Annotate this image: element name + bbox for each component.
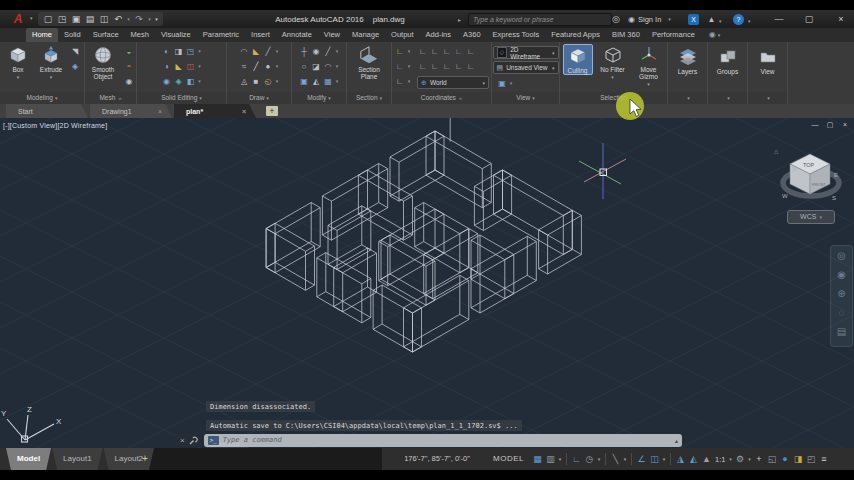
file-tab-plan[interactable]: plan*× bbox=[174, 104, 256, 118]
new-file-icon[interactable]: ▢ bbox=[42, 12, 54, 26]
panel-label-section[interactable]: Section▾ bbox=[347, 92, 391, 104]
copy-icon[interactable]: ○ bbox=[298, 59, 310, 74]
annotation-scale-icon[interactable]: ▲ bbox=[700, 454, 713, 464]
panel-expander-icon[interactable]: » bbox=[118, 95, 121, 101]
dropdown-caret[interactable]: ▾ bbox=[508, 76, 514, 91]
dropdown-caret-icon[interactable]: ▾ bbox=[661, 456, 667, 462]
groups-panel-caret[interactable]: ▾ bbox=[708, 92, 747, 104]
showmotion-icon[interactable]: ▤ bbox=[836, 322, 848, 341]
mesh-edit-icon[interactable]: ◉ bbox=[123, 74, 135, 89]
doc-restore-button[interactable]: ▢ bbox=[825, 121, 835, 129]
close-tab-icon[interactable]: × bbox=[242, 108, 246, 115]
ucs-view-icon[interactable]: ∟ bbox=[429, 59, 441, 74]
taper-face-icon[interactable]: ◣ bbox=[173, 59, 185, 74]
box-button[interactable]: Box ▾ bbox=[3, 44, 33, 80]
workspace-switching-icon[interactable]: ◱ bbox=[765, 454, 778, 464]
drawing-canvas[interactable]: Z Y X [-][Custom View][2D Wireframe] — ▢… bbox=[0, 118, 854, 448]
move-gizmo-caret-icon[interactable]: ▾ bbox=[647, 81, 650, 87]
dropdown-caret[interactable]: ▾ bbox=[406, 59, 412, 74]
mirror-icon[interactable]: ◪ bbox=[310, 59, 322, 74]
union-icon[interactable]: ◐ bbox=[161, 44, 173, 59]
ucs-named-icon[interactable]: ∟ bbox=[453, 44, 465, 59]
revolve-icon[interactable]: ◈ bbox=[69, 59, 81, 74]
ucs-face-icon[interactable]: ∟ bbox=[417, 59, 429, 74]
spline-icon[interactable]: ≈ bbox=[238, 59, 250, 74]
command-input[interactable]: >_ Type a command ▴ bbox=[204, 434, 682, 447]
close-tab-icon[interactable]: × bbox=[158, 108, 162, 115]
fillet-edge-icon[interactable]: ◳ bbox=[185, 44, 197, 59]
compass-west[interactable]: W bbox=[782, 193, 788, 199]
isolate-objects-icon[interactable]: ◨ bbox=[791, 454, 804, 464]
orbit-icon[interactable]: ◌ bbox=[836, 303, 848, 322]
save-icon[interactable]: ▣ bbox=[70, 12, 82, 26]
command-history-toggle-icon[interactable]: ▴ bbox=[675, 437, 678, 444]
grid-display-icon[interactable]: ▦ bbox=[531, 454, 544, 464]
signin-control[interactable]: ◉ Sign In ▾ bbox=[628, 10, 671, 28]
layout-tab-model[interactable]: Model bbox=[6, 448, 51, 470]
annotation-autoscale-icon[interactable]: ◭ bbox=[687, 454, 700, 464]
customize-wrench-icon[interactable] bbox=[188, 435, 198, 445]
dropdown-caret[interactable]: ▾ bbox=[406, 74, 412, 89]
dropdown-caret-icon[interactable]: ▾ bbox=[482, 80, 485, 86]
line-icon[interactable]: ╱ bbox=[262, 44, 274, 59]
ucs-origin-icon[interactable]: ∟ bbox=[394, 74, 406, 89]
a360-caret-icon[interactable]: ▾ bbox=[719, 18, 722, 24]
named-view-dropdown[interactable]: ▤ Unsaved View ▾ bbox=[493, 61, 559, 74]
autodesk-exchange-icon[interactable]: X bbox=[688, 14, 699, 25]
move-icon[interactable]: ┼ bbox=[298, 44, 310, 59]
undo-icon[interactable]: ↶ bbox=[112, 12, 124, 26]
annotation-visibility-icon[interactable]: ◮ bbox=[674, 454, 687, 464]
new-drawing-tab-button[interactable]: + bbox=[266, 106, 278, 116]
ucs-3point-icon[interactable]: ∟ bbox=[441, 59, 453, 74]
pan-icon[interactable]: ◉ bbox=[836, 265, 848, 284]
trim-icon[interactable]: ╱ bbox=[322, 44, 334, 59]
array-icon[interactable]: ▦ bbox=[322, 74, 334, 89]
subtract-icon[interactable]: ◑ bbox=[161, 59, 173, 74]
help-caret-icon[interactable]: ▾ bbox=[748, 18, 751, 24]
ribbon-tab-solid[interactable]: Solid bbox=[58, 28, 87, 42]
a360-icon[interactable]: ▲ bbox=[706, 14, 717, 25]
dropdown-caret[interactable]: ▾ bbox=[406, 44, 412, 59]
workspace-gear-icon[interactable]: ⚙ bbox=[733, 454, 746, 464]
dropdown-caret-icon[interactable]: ▾ bbox=[552, 50, 555, 56]
ucs-dropdown[interactable]: ⊕ World ▾ bbox=[417, 76, 489, 89]
model-space-indicator[interactable]: MODEL bbox=[493, 448, 524, 470]
ribbon-tab-visualize[interactable]: Visualize bbox=[155, 28, 197, 42]
box-caret-icon[interactable]: ▾ bbox=[17, 74, 20, 80]
construction-line-icon[interactable]: ╱ bbox=[250, 59, 262, 74]
dropdown-caret[interactable]: ▾ bbox=[274, 59, 280, 74]
panel-label-draw[interactable]: Draw▾ bbox=[227, 92, 291, 104]
open-file-icon[interactable]: ◳ bbox=[56, 12, 68, 26]
dropdown-caret[interactable]: ▾ bbox=[274, 74, 280, 89]
scale-icon[interactable]: ◭ bbox=[310, 74, 322, 89]
section-plane-button[interactable]: Section Plane bbox=[350, 44, 388, 80]
dropdown-caret-icon[interactable]: ▾ bbox=[596, 456, 602, 462]
ribbon-tab-manage[interactable]: Manage bbox=[346, 28, 385, 42]
ribbon-tab-home[interactable]: Home bbox=[26, 28, 58, 42]
search-input[interactable]: Type a keyword or phrase bbox=[468, 13, 612, 26]
ucs-z-icon[interactable]: ∟ bbox=[441, 44, 453, 59]
undo-dropdown-caret[interactable]: ▾ bbox=[126, 12, 131, 26]
viewcube-home-icon[interactable]: ⌂ bbox=[774, 148, 778, 155]
file-tab-drawing1[interactable]: Drawing1× bbox=[90, 104, 172, 118]
separate-icon[interactable]: ◫ bbox=[185, 59, 197, 74]
ucs-y-icon[interactable]: ∟ bbox=[429, 44, 441, 59]
ellipse-icon[interactable]: ◵ bbox=[262, 74, 274, 89]
polygon-icon[interactable]: ◬ bbox=[238, 74, 250, 89]
ribbon-tab-surface[interactable]: Surface bbox=[87, 28, 125, 42]
navigation-bar[interactable]: ◎◉⊕◌▤ bbox=[830, 245, 853, 347]
zoom-icon[interactable]: ⊕ bbox=[836, 284, 848, 303]
ribbon-tab-express-tools[interactable]: Express Tools bbox=[487, 28, 546, 42]
dynamic-input-icon[interactable]: ∟ bbox=[570, 454, 583, 464]
rectangle-icon[interactable]: ■ bbox=[250, 74, 262, 89]
extrude-caret-icon[interactable]: ▾ bbox=[50, 74, 53, 80]
polar-tracking-icon[interactable]: ◷ bbox=[583, 454, 596, 464]
panel-label-selection[interactable]: Selection bbox=[560, 92, 667, 104]
polysolid-icon[interactable]: ◥ bbox=[69, 44, 81, 59]
arc-icon[interactable]: ◠ bbox=[238, 44, 250, 59]
smooth-object-button[interactable]: Smooth Object bbox=[86, 44, 120, 80]
interference-icon[interactable]: ◧ bbox=[185, 74, 197, 89]
ribbon-tab-featured-apps[interactable]: Featured Apps bbox=[545, 28, 606, 42]
hardware-acceleration-icon[interactable]: ● bbox=[778, 454, 791, 464]
ribbon-tab-output[interactable]: Output bbox=[385, 28, 420, 42]
